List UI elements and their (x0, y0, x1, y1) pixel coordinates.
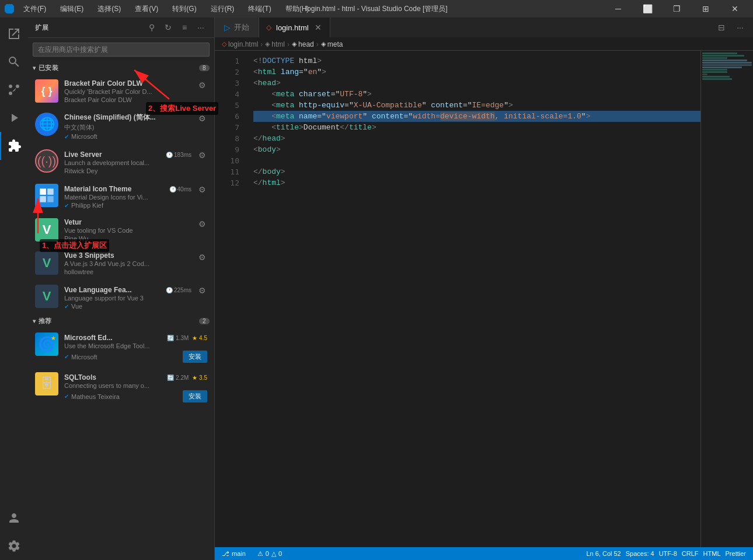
ext-gear-liveserver[interactable]: ⚙ (197, 149, 207, 161)
extension-list: ▾ 已安装 8 { } Bracket Pair Color DLW Quick… (28, 61, 214, 560)
ext-item-liveserver[interactable]: ((·)) Live Server 🕐 183ms Launch a devel… (28, 145, 214, 179)
svg-point-2 (9, 85, 12, 88)
recommended-section-header[interactable]: ▾ 推荐 2 (28, 314, 214, 328)
title-bar: 文件(F) 编辑(E) 选择(S) 查看(V) 转到(G) 运行(R) 终端(T… (0, 0, 753, 18)
status-branch[interactable]: ⎇ main (219, 547, 248, 560)
sidebar-actions: ⚲ ↻ ≡ ··· (145, 21, 207, 34)
code-content[interactable]: <!DOCTYPE html> <html lang="en"> <head> … (244, 51, 700, 547)
ext-gear-chinese[interactable]: ⚙ (197, 113, 207, 124)
split-editor-button[interactable]: ⊟ (713, 19, 730, 36)
status-eol[interactable]: CRLF (679, 547, 701, 560)
more-button[interactable]: ··· (194, 21, 207, 34)
status-language[interactable]: HTML (701, 547, 723, 560)
breadcrumb-html-icon: ◈ (265, 40, 270, 48)
ext-icon-material (35, 184, 58, 207)
ext-name-vuelang: Vue Language Fea... (64, 286, 132, 294)
menu-terminal[interactable]: 终端(T) (246, 3, 273, 15)
time-value-liveserver: 183ms (174, 152, 191, 158)
ext-gear-vuelang[interactable]: ⚙ (197, 285, 207, 296)
installed-chevron-icon: ▾ (33, 65, 36, 71)
ext-item-msedge[interactable]: ★ 🌀 Microsoft Ed... 🔄 1.3M ★ 4.5 Use the… (28, 328, 214, 368)
breadcrumb-filename: login.html (228, 40, 258, 48)
editor-area: ▷ 开始 ◇ login.html ✕ ⊟ ··· ◇ login.html (215, 18, 753, 560)
code-line-5: <meta http-equiv="X-UA-Compatible" conte… (253, 100, 700, 111)
svg-rect-4 (47, 188, 54, 195)
ext-item-sqltools[interactable]: ★ 🗄 SQLTools 🔄 2.2M ★ 3.5 Connecting use… (28, 368, 214, 407)
menu-file[interactable]: 文件(F) (21, 3, 48, 15)
maximize-button[interactable]: ❐ (663, 0, 690, 18)
install-button-sqltools[interactable]: 安装 (183, 390, 207, 402)
breadcrumb-head[interactable]: ◈ head (292, 40, 314, 48)
code-line-2: <html lang="en"> (253, 66, 700, 78)
menu-edit[interactable]: 编辑(E) (58, 3, 86, 15)
breadcrumb: ◇ login.html › ◈ html › ◈ head › ◈ meta (215, 38, 753, 51)
ext-item-vetur[interactable]: V Vetur Vue tooling for VS Code Pine Wu … (28, 214, 214, 247)
clear-button[interactable]: ≡ (178, 21, 191, 34)
ext-publisher-row-msedge: ✔ Microsoft 安装 (64, 351, 207, 363)
minimap-line (702, 55, 744, 57)
window-title: login.html - html - Visual Studio Code [… (305, 4, 447, 14)
line-col-text: Ln 6, Col 52 (586, 550, 620, 557)
publisher-name-chinese: Microsoft (71, 133, 97, 140)
minimap-line (702, 64, 752, 66)
ext-item-vue3snip[interactable]: V Vue 3 Snippets A Vue.js 3 And Vue.js 2… (28, 247, 214, 280)
ext-name-bracket: Bracket Pair Color DLW (64, 79, 191, 88)
tab-start[interactable]: ▷ 开始 (215, 18, 259, 37)
install-button-msedge[interactable]: 安装 (183, 351, 207, 363)
branch-name: main (232, 550, 246, 557)
line-num-9: 9 (215, 144, 239, 155)
ext-item-vuelang[interactable]: V Vue Language Fea... 🕐 225ms Language s… (28, 280, 214, 314)
ext-gear-bracket[interactable]: ⚙ (197, 79, 207, 91)
html-tab-label: login.html (276, 23, 309, 32)
code-editor: 1 2 3 4 5 6 7 8 9 10 11 12 <!DOCTYPE htm… (215, 51, 753, 547)
activity-settings[interactable] (0, 532, 28, 560)
menu-goto[interactable]: 转到(G) (170, 3, 198, 15)
filter-button[interactable]: ⚲ (145, 21, 158, 34)
ext-item-bracket[interactable]: { } Bracket Pair Color DLW Quickly 'Brac… (28, 75, 214, 108)
ext-icon-vetur: V (35, 218, 58, 242)
breadcrumb-file[interactable]: ◇ login.html (222, 40, 258, 48)
menu-run[interactable]: 运行(R) (208, 3, 237, 15)
activity-search[interactable] (0, 48, 28, 76)
ext-gear-vue3snip[interactable]: ⚙ (197, 251, 207, 263)
status-encoding[interactable]: UTF-8 (657, 547, 679, 560)
ext-gear-material[interactable]: ⚙ (197, 184, 207, 195)
warning-icon: △ (271, 550, 276, 558)
breadcrumb-html[interactable]: ◈ html (265, 40, 285, 48)
breadcrumb-meta[interactable]: ◈ meta (321, 40, 343, 48)
tab-login-html[interactable]: ◇ login.html ✕ (259, 18, 330, 37)
app-window: 文件(F) 编辑(E) 选择(S) 查看(V) 转到(G) 运行(R) 终端(T… (0, 0, 753, 560)
activity-account[interactable] (0, 504, 28, 532)
close-button[interactable]: ✕ (721, 0, 748, 18)
ext-desc-vue3snip: A Vue.js 3 And Vue.js 2 Cod... (64, 260, 191, 267)
more-tabs-button[interactable]: ··· (732, 19, 748, 36)
ext-item-material[interactable]: Material Icon Theme 🕐 40ms Material Desi… (28, 179, 214, 214)
extension-search-input[interactable] (33, 43, 210, 57)
tab-close-button[interactable]: ✕ (313, 23, 323, 32)
status-spaces[interactable]: Spaces: 4 (623, 547, 657, 560)
activity-explorer[interactable] (0, 20, 28, 48)
status-prettier[interactable]: Prettier (723, 547, 748, 560)
spaces-text: Spaces: 4 (626, 550, 654, 557)
app-layout: 扩展 ⚲ ↻ ≡ ··· ▾ 已安装 8 (0, 18, 753, 560)
ext-gear-vetur[interactable]: ⚙ (197, 218, 207, 230)
activity-run[interactable] (0, 104, 28, 132)
activity-extensions[interactable] (0, 132, 28, 160)
ext-item-chinese[interactable]: 🌐 Chinese (Simplified) (简体... 中文(简体) ✔ M… (28, 108, 214, 145)
status-errors[interactable]: ⚠ 0 △ 0 (255, 547, 284, 560)
installed-section-header[interactable]: ▾ 已安装 8 (28, 61, 214, 75)
publisher-name-sqltools: Matheus Teixeira (71, 393, 120, 400)
activity-source-control[interactable] (0, 76, 28, 104)
minimap-line (702, 78, 732, 80)
code-line-4: <meta charset="UTF-8"> (253, 89, 700, 100)
restore-button[interactable]: ⬜ (634, 0, 661, 18)
minimize-button[interactable]: ─ (605, 0, 632, 18)
status-line-col[interactable]: Ln 6, Col 52 (584, 547, 623, 560)
menu-select[interactable]: 选择(S) (95, 3, 123, 15)
refresh-button[interactable]: ↻ (162, 21, 175, 34)
title-bar-left: 文件(F) 编辑(E) 选择(S) 查看(V) 转到(G) 运行(R) 终端(T… (5, 3, 311, 15)
ext-name-msedge: Microsoft Ed... (64, 334, 113, 342)
menu-view[interactable]: 查看(V) (133, 3, 161, 15)
layout-button[interactable]: ⊞ (692, 0, 719, 18)
ext-publisher-liveserver: Ritwick Dey (64, 167, 191, 174)
